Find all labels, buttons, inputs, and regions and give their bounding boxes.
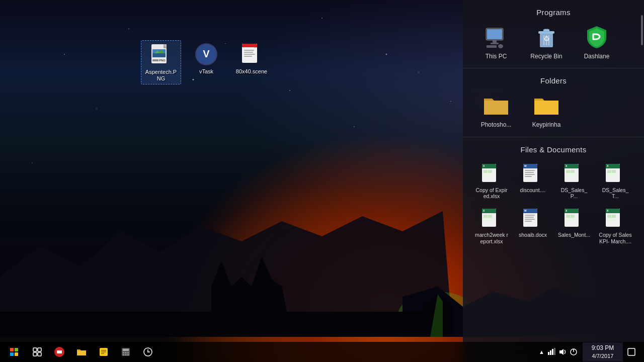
svg-rect-150 [552, 349, 553, 355]
svg-rect-155 [628, 348, 635, 355]
svg-rect-79 [607, 173, 611, 176]
recycle-bin-icon[interactable]: ♻ Recycle Bin [526, 24, 567, 60]
keypirinha-folder-icon[interactable]: Keypirinha [526, 92, 567, 128]
desktop-icon-scene[interactable]: 80x40.scene [231, 40, 272, 84]
svg-rect-60 [525, 176, 532, 177]
clock-time: 9:03 PM [588, 344, 618, 352]
svg-rect-67 [566, 170, 570, 173]
file-march2week-img: X [480, 208, 503, 230]
svg-rect-29 [487, 29, 502, 39]
task-view-button[interactable] [27, 342, 47, 362]
calculator-button[interactable] [116, 342, 136, 362]
svg-rect-98 [525, 217, 534, 218]
svg-rect-118 [612, 215, 616, 218]
photoshop-folder-icon[interactable]: Photosho... [476, 92, 516, 128]
files-title: Files & Documents [471, 145, 636, 154]
file-sales-mont[interactable]: X Sales_Mont... [555, 206, 593, 246]
power-icon [570, 348, 578, 356]
svg-rect-123 [15, 348, 18, 351]
file-discount-label: discount.... [520, 187, 546, 194]
svg-rect-143 [127, 354, 129, 355]
file-ds-sales-t-label: DS_Sales_T... [599, 187, 632, 200]
start-button[interactable] [3, 342, 25, 362]
sticky-notes-button[interactable] [94, 342, 114, 362]
desktop-icons-area: PNG Aspentech.PNG V vTask [141, 40, 272, 84]
taskbar-app-icon-red[interactable] [49, 342, 69, 362]
svg-rect-80 [612, 173, 616, 176]
svg-rect-58 [525, 172, 534, 173]
folders-section: Folders Photosho... [463, 68, 644, 137]
file-march2week[interactable]: X march2week report.xlsx [473, 206, 510, 246]
svg-text:W: W [524, 164, 527, 167]
svg-text:V: V [203, 48, 210, 59]
svg-rect-127 [38, 348, 41, 351]
file-sales-mont-img: X [563, 208, 585, 230]
file-shoaib[interactable]: W shoaib.docx [514, 206, 551, 246]
files-row2: X march2week report.xlsx [471, 206, 636, 246]
svg-rect-78 [612, 170, 616, 173]
svg-rect-137 [123, 349, 129, 351]
svg-rect-139 [125, 352, 127, 353]
programs-icons-row: This PC [471, 24, 636, 60]
svg-point-147 [147, 351, 148, 352]
files-section: Files & Documents [463, 137, 644, 362]
svg-rect-138 [123, 352, 124, 353]
vtask-icon-label: vTask [199, 68, 213, 75]
dashlane-icon[interactable]: Dashlane [577, 24, 617, 60]
clock-date: 4/7/2017 [588, 352, 618, 359]
file-ds-sales-t[interactable]: X DS_Sales_T... [597, 161, 634, 202]
desktop-icon-vtask[interactable]: V vTask [186, 40, 226, 84]
this-pc-icon[interactable]: This PC [476, 24, 516, 60]
file-ds-sales-p-img: X [563, 163, 585, 185]
svg-rect-119 [607, 218, 611, 221]
photoshop-folder-img [483, 92, 509, 118]
file-ds-sales-t-img: X [604, 163, 626, 185]
svg-rect-59 [525, 174, 535, 175]
svg-rect-128 [33, 352, 37, 356]
svg-rect-69 [566, 173, 570, 176]
clock-button[interactable] [138, 342, 158, 362]
svg-rect-110 [571, 218, 575, 221]
vtask-icon-img: V [194, 42, 218, 66]
desktop-icon-aspentech[interactable]: PNG Aspentech.PNG [141, 40, 181, 84]
photoshop-folder-label: Photosho... [481, 121, 512, 128]
svg-rect-99 [525, 219, 535, 220]
svg-rect-142 [125, 354, 127, 355]
svg-rect-57 [525, 170, 535, 171]
svg-rect-108 [571, 215, 575, 218]
files-row1: X Copy of Expired.xlsx [471, 161, 636, 202]
svg-text:♻: ♻ [543, 35, 550, 43]
folders-icons-row: Photosho... Keypirinha [471, 92, 636, 128]
svg-rect-32 [487, 45, 497, 48]
svg-rect-107 [566, 215, 570, 218]
svg-rect-27 [244, 56, 252, 57]
panel-scrollbar[interactable] [641, 15, 643, 45]
dashlane-icon-img [584, 24, 610, 50]
hidden-icons-arrow[interactable]: ▲ [539, 349, 544, 355]
file-copy-expired[interactable]: X Copy of Expired.xlsx [473, 161, 510, 202]
taskbar-pinned-icons [27, 342, 158, 362]
file-ds-sales-p[interactable]: X DS_Sales_P... [555, 161, 593, 202]
file-discount-img: W [522, 163, 544, 185]
svg-text:PNG: PNG [159, 59, 166, 62]
file-copy-sales-kpi[interactable]: X Copy of Sales KPI- March.... [597, 206, 634, 246]
file-copy-expired-img: X [480, 163, 503, 185]
taskbar-clock[interactable]: 9:03 PM 4/7/2017 [583, 342, 623, 361]
svg-rect-47 [484, 170, 488, 173]
svg-rect-31 [491, 43, 499, 44]
file-discount[interactable]: W discount.... [514, 161, 551, 202]
file-explorer-button[interactable] [71, 342, 92, 362]
notification-center-button[interactable] [624, 342, 639, 362]
volume-icon [558, 348, 567, 356]
svg-rect-70 [571, 173, 575, 176]
programs-section: Programs [463, 0, 644, 68]
svg-rect-124 [10, 352, 14, 356]
svg-rect-49 [484, 173, 488, 176]
file-shoaib-img: W [522, 208, 544, 230]
svg-rect-120 [612, 218, 616, 221]
file-shoaib-label: shoaib.docx [519, 232, 547, 238]
keypirinha-folder-label: Keypirinha [532, 121, 561, 128]
svg-marker-152 [559, 349, 564, 355]
this-pc-icon-img [483, 24, 509, 50]
svg-rect-140 [127, 352, 129, 353]
